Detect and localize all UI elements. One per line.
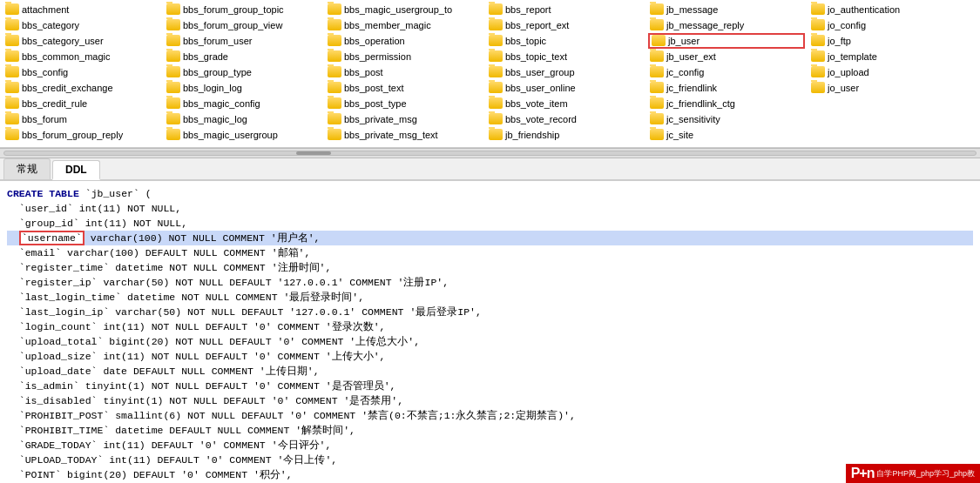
code-line-14: `is_disabled` tinyint(1) NOT NULL DEFAUL… [7,393,973,408]
code-line-15: `PROHIBIT_POST` smallint(6) NOT NULL DEF… [7,408,973,423]
file-label-bbs_credit_rule: bbs_credit_rule [22,98,87,109]
file-item-bbs_forum_group_topic[interactable]: bbs_forum_group_topic [165,2,321,17]
file-item-bbs_vote_record[interactable]: bbs_vote_record [487,111,644,127]
watermark: P+n 自学PHP网_php学习_php教 [846,464,980,483]
file-label-bbs_user_online: bbs_user_online [505,83,576,93]
file-item-jc_config[interactable]: jc_config [648,64,805,80]
code-line-7: `last_login_time` datetime NOT NULL COMM… [7,290,973,305]
file-item-jc_friendlink[interactable]: jc_friendlink [648,80,805,96]
file-label-bbs_vote_record: bbs_vote_record [505,114,577,124]
file-item-jc_site[interactable]: jc_site [648,127,805,143]
code-area[interactable]: CREATE TABLE `jb_user` ( `user_id` int(1… [0,181,980,483]
code-line-4: `email` varchar(100) DEFAULT NULL COMMEN… [7,245,973,260]
file-label-bbs_post: bbs_post [344,67,383,77]
file-item-jo_upload[interactable]: jo_upload [809,64,966,80]
file-item-bbs_user_online[interactable]: bbs_user_online [487,80,644,96]
file-label-bbs_permission: bbs_permission [344,51,411,62]
file-item-jo_template[interactable]: jo_template [809,49,966,64]
file-label-jc_sensitivity: jc_sensitivity [666,114,720,124]
file-item-bbs_group_type[interactable]: bbs_group_type [165,64,321,80]
file-item-jo_ftp[interactable]: jo_ftp [809,33,966,49]
code-line-18: `UPLOAD_TODAY` int(11) DEFAULT '0' COMME… [7,453,973,467]
file-label-jb_user_ext: jb_user_ext [666,51,716,62]
file-item-bbs_post_type[interactable]: bbs_post_type [326,96,483,111]
file-item-jb_user_ext[interactable]: jb_user_ext [648,49,805,64]
code-line-1: `user_id` int(11) NOT NULL, [7,201,973,216]
code-line-8: `last_login_ip` varchar(50) NOT NULL DEF… [7,305,973,319]
file-item-bbs_magic_usergroup[interactable]: bbs_magic_usergroup [165,127,321,143]
file-label-bbs_post_type: bbs_post_type [344,98,407,109]
file-label-bbs_forum_user: bbs_forum_user [183,36,253,46]
tab-常规[interactable]: 常规 [3,158,51,179]
file-label-bbs_vote_item: bbs_vote_item [505,98,568,109]
main-container: attachmentbbs_categorybbs_category_userb… [0,0,980,483]
file-item-bbs_common_magic[interactable]: bbs_common_magic [3,49,160,64]
file-label-jb_message_reply: jb_message_reply [666,20,744,30]
file-item-bbs_forum_group_view[interactable]: bbs_forum_group_view [165,17,321,33]
file-label-bbs_config: bbs_config [22,67,68,77]
file-label-bbs_topic: bbs_topic [505,36,546,46]
file-item-bbs_post[interactable]: bbs_post [326,64,483,80]
file-label-jo_template: jo_template [828,51,877,62]
file-item-bbs_report[interactable]: bbs_report [487,2,644,17]
file-item-bbs_magic_config[interactable]: bbs_magic_config [165,96,321,111]
file-item-jb_user[interactable]: jb_user [648,33,805,49]
file-item-bbs_forum[interactable]: bbs_forum [3,111,160,127]
tab-bar: 常规DDL [0,158,980,181]
file-item-bbs_magic_usergroup_to[interactable]: bbs_magic_usergroup_to [326,2,483,17]
horizontal-scrollbar[interactable] [0,148,980,158]
file-item-bbs_user_group[interactable]: bbs_user_group [487,64,644,80]
file-browser: attachmentbbs_categorybbs_category_userb… [0,0,980,148]
file-label-jo_user: jo_user [828,83,859,93]
file-label-bbs_private_msg_text: bbs_private_msg_text [344,130,438,140]
code-line-2: `group_id` int(11) NOT NULL, [7,216,973,231]
file-label-bbs_forum_group_topic: bbs_forum_group_topic [183,4,284,15]
tab-DDL[interactable]: DDL [52,160,100,180]
file-label-bbs_post_text: bbs_post_text [344,83,404,93]
file-item-bbs_category[interactable]: bbs_category [3,17,160,33]
file-item-bbs_member_magic[interactable]: bbs_member_magic [326,17,483,33]
code-line-9: `login_count` int(11) NOT NULL DEFAULT '… [7,319,973,334]
code-line-19: `POINT` bigint(20) DEFAULT '0' COMMENT '… [7,467,973,482]
file-item-bbs_grade[interactable]: bbs_grade [165,49,321,64]
file-item-jo_authentication[interactable]: jo_authentication [809,2,966,17]
file-item-bbs_credit_rule[interactable]: bbs_credit_rule [3,96,160,111]
file-item-bbs_topic[interactable]: bbs_topic [487,33,644,49]
code-line-12: `upload_date` date DEFAULT NULL COMMENT … [7,364,973,379]
file-label-bbs_forum: bbs_forum [22,114,67,124]
file-label-jo_ftp: jo_ftp [828,36,851,46]
file-label-bbs_login_log: bbs_login_log [183,83,242,93]
file-item-bbs_post_text[interactable]: bbs_post_text [326,80,483,96]
file-label-bbs_operation: bbs_operation [344,36,405,46]
file-item-bbs_credit_exchange[interactable]: bbs_credit_exchange [3,80,160,96]
file-label-bbs_category_user: bbs_category_user [22,36,104,46]
file-item-bbs_report_ext[interactable]: bbs_report_ext [487,17,644,33]
file-item-jo_config[interactable]: jo_config [809,17,966,33]
code-line-10: `upload_total` bigint(20) NOT NULL DEFAU… [7,334,973,349]
file-item-bbs_magic_log[interactable]: bbs_magic_log [165,111,321,127]
file-item-jc_friendlink_ctg[interactable]: jc_friendlink_ctg [648,96,805,111]
file-item-bbs_operation[interactable]: bbs_operation [326,33,483,49]
file-label-jc_site: jc_site [666,130,693,140]
file-item-bbs_permission[interactable]: bbs_permission [326,49,483,64]
code-line-5: `register_time` datetime NOT NULL COMMEN… [7,260,973,275]
file-item-bbs_login_log[interactable]: bbs_login_log [165,80,321,96]
file-item-jb_message_reply[interactable]: jb_message_reply [648,17,805,33]
file-item-attachment[interactable]: attachment [3,2,160,17]
file-item-jb_friendship[interactable]: jb_friendship [487,127,644,143]
file-label-bbs_forum_group_view: bbs_forum_group_view [183,20,282,30]
file-item-bbs_forum_user[interactable]: bbs_forum_user [165,33,321,49]
file-item-jc_sensitivity[interactable]: jc_sensitivity [648,111,805,127]
file-item-jb_message[interactable]: jb_message [648,2,805,17]
file-item-bbs_topic_text[interactable]: bbs_topic_text [487,49,644,64]
file-item-bbs_forum_group_reply[interactable]: bbs_forum_group_reply [3,127,160,143]
file-item-bbs_private_msg[interactable]: bbs_private_msg [326,111,483,127]
file-label-bbs_magic_usergroup_to: bbs_magic_usergroup_to [344,4,452,15]
file-item-bbs_config[interactable]: bbs_config [3,64,160,80]
file-label-bbs_report: bbs_report [505,4,551,15]
file-item-jo_user[interactable]: jo_user [809,80,966,96]
file-label-bbs_magic_log: bbs_magic_log [183,114,247,124]
file-item-bbs_vote_item[interactable]: bbs_vote_item [487,96,644,111]
file-item-bbs_private_msg_text[interactable]: bbs_private_msg_text [326,127,483,143]
file-item-bbs_category_user[interactable]: bbs_category_user [3,33,160,49]
